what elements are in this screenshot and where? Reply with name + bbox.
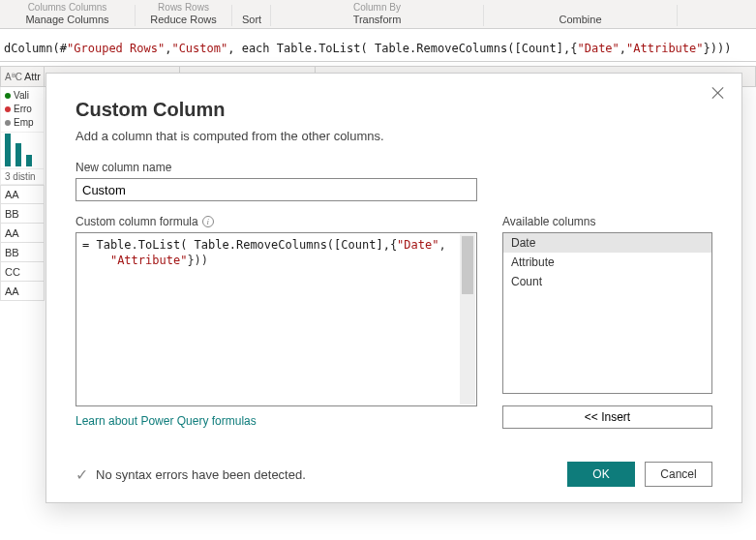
ribbon-label: Manage Columns [10, 13, 125, 26]
ribbon-group[interactable]: Rows RowsReduce Rows [136, 5, 232, 26]
formula-text: "Date" [397, 238, 438, 252]
available-column-item[interactable]: Count [503, 272, 711, 291]
ok-button[interactable]: OK [567, 462, 635, 487]
ribbon-label: Reduce Rows [145, 13, 222, 26]
insert-button[interactable]: << Insert [502, 405, 712, 429]
formula-text: , [165, 42, 171, 55]
formula-text: = Table.ToList( Table.RemoveColumns([Cou… [82, 238, 397, 252]
table-cell[interactable]: AA [0, 282, 45, 301]
ribbon-group[interactable]: Columns ColumnsManage Columns [0, 5, 136, 26]
empty-dot-icon [5, 120, 11, 126]
formula-text: "Attribute" [110, 254, 187, 267]
status-text: No syntax errors have been detected. [96, 467, 306, 482]
available-columns-label: Available columns [502, 215, 712, 228]
stat-empty: Emp [14, 117, 34, 128]
stat-error: Erro [14, 104, 32, 114]
ribbon-label: Sort [242, 13, 260, 26]
ribbon-label: Transform [281, 13, 473, 26]
formula-text: , [620, 42, 626, 55]
dialog-title: Custom Column [76, 99, 712, 121]
ribbon-groups: Columns ColumnsManage ColumnsRows RowsRe… [0, 5, 756, 26]
table-cell[interactable]: CC [0, 262, 45, 282]
formula-text: , each Table.ToList( Table.RemoveColumns… [227, 42, 577, 55]
new-column-name-input[interactable] [76, 178, 477, 201]
table-cell[interactable]: AA [0, 185, 45, 204]
bar [15, 143, 21, 166]
valid-dot-icon [5, 93, 11, 99]
table-cell[interactable]: AA [0, 224, 45, 243]
formula-text: "Grouped Rows" [67, 42, 165, 55]
learn-link[interactable]: Learn about Power Query formulas [76, 414, 477, 428]
abc-icon: AᴮC [5, 72, 22, 82]
column-header[interactable]: AᴮC Attr [0, 66, 45, 87]
column-stats: Vali Erro Emp [0, 87, 45, 133]
stat-valid: Vali [14, 90, 29, 101]
custom-column-dialog: Custom Column Add a column that is compu… [45, 73, 742, 503]
check-icon: ✓ [76, 465, 88, 484]
formula-text: "Date" [577, 42, 619, 55]
formula-text: "Custom" [171, 42, 227, 55]
scrollbar-thumb[interactable] [462, 236, 473, 294]
scrollbar[interactable] [460, 234, 475, 405]
formula-text: , [438, 238, 445, 252]
ribbon-group[interactable]: Sort [232, 5, 271, 26]
ribbon-hint: Column By [281, 3, 473, 13]
distribution-bars [0, 133, 45, 169]
formula-text: dColumn(# [4, 42, 67, 55]
available-column-item[interactable]: Attribute [503, 253, 711, 272]
dialog-subtitle: Add a column that is computed from the o… [76, 129, 712, 143]
table-cell[interactable]: BB [0, 243, 45, 262]
formula-label-text: Custom column formula [76, 215, 198, 228]
new-column-name-label: New column name [76, 161, 712, 174]
preview-cells: AABBAABBCCAA [0, 185, 45, 301]
column-label: Attr [24, 71, 41, 82]
available-column-item[interactable]: Date [503, 233, 711, 253]
cancel-button[interactable]: Cancel [645, 462, 712, 487]
formula-text: })) [187, 254, 208, 267]
formula-editor[interactable]: = Table.ToList( Table.RemoveColumns([Cou… [76, 232, 477, 406]
close-icon[interactable] [711, 85, 726, 101]
available-columns-list[interactable]: DateAttributeCount [502, 232, 712, 394]
distinct-count: 3 distin [0, 169, 45, 185]
bar [26, 155, 32, 166]
formula-text: "Attribute" [626, 42, 703, 55]
table-cell[interactable]: BB [0, 204, 45, 224]
formula-bar[interactable]: dColumn(#"Grouped Rows", "Custom", each … [0, 35, 756, 62]
error-dot-icon [5, 106, 11, 112]
ribbon-group[interactable]: Combine [484, 5, 678, 26]
ribbon-hint: Rows Rows [145, 3, 222, 13]
ribbon-hint: Columns Columns [10, 3, 125, 13]
ribbon-label: Combine [494, 13, 667, 26]
ribbon-group[interactable]: Column ByTransform [271, 5, 484, 26]
formula-label: Custom column formula i [76, 215, 477, 228]
info-icon[interactable]: i [202, 216, 214, 227]
bar [5, 134, 11, 166]
formula-text: }))) [704, 42, 732, 55]
data-preview-column: AᴮC Attr Vali Erro Emp 3 distin AABBAABB… [0, 66, 45, 356]
formula-text [82, 254, 110, 267]
